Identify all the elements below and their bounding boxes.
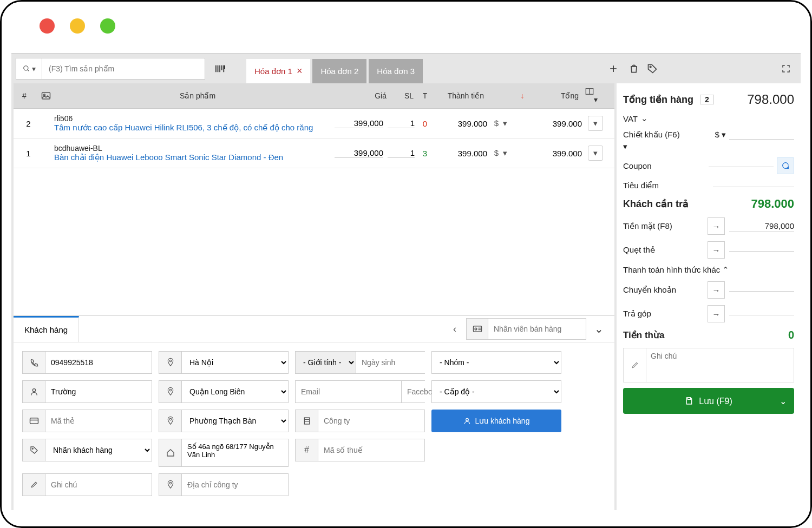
chevron-down-icon[interactable]: ⌄ (641, 114, 648, 123)
save-icon (685, 397, 693, 405)
level-select[interactable]: - Cấp độ - (432, 381, 561, 402)
cash-arrow-button[interactable]: → (708, 217, 725, 235)
email-input[interactable] (296, 381, 401, 402)
row-sum: 399.000 (531, 119, 582, 128)
fullscreen-icon (781, 64, 791, 74)
window-minimize-dot[interactable] (70, 18, 85, 34)
transfer-arrow-button[interactable]: → (708, 281, 725, 299)
phone-input[interactable] (45, 352, 152, 373)
svg-point-13 (169, 389, 172, 391)
th-stock: T (417, 91, 433, 100)
product-sku: rli506 (54, 114, 332, 123)
note-input[interactable] (45, 474, 152, 496)
th-sort[interactable]: ↓ (514, 91, 531, 100)
tag-button[interactable] (647, 63, 658, 74)
phone-icon (30, 358, 38, 367)
company-input[interactable] (318, 410, 424, 432)
expand-button[interactable]: ⌄ (590, 318, 608, 340)
salesperson-select[interactable] (466, 318, 586, 340)
row-price[interactable]: 399,000 (335, 118, 383, 128)
installment-label: Trả góp (623, 309, 651, 319)
home-icon (166, 448, 175, 457)
tab-label: Hóa đơn 2 (320, 67, 358, 76)
row-quantity[interactable]: 1 (388, 148, 415, 158)
transfer-input[interactable] (729, 289, 794, 292)
window-close-dot[interactable] (40, 18, 55, 34)
ward-select[interactable]: Phường Thạch Bàn (182, 410, 288, 432)
save-customer-button[interactable]: Lưu khách hàng (431, 410, 561, 432)
points-input[interactable] (713, 184, 794, 187)
district-select[interactable]: Quận Long Biên (182, 381, 288, 402)
discount-currency-select[interactable]: $ ▾ (715, 130, 726, 140)
chevron-down-icon[interactable]: ⌄ (780, 396, 787, 406)
card-icon (29, 417, 39, 425)
discount-input[interactable] (729, 130, 794, 140)
customer-label-select[interactable]: Nhãn khách hàng (45, 439, 152, 461)
add-tab-button[interactable]: + (603, 58, 624, 80)
cash-input[interactable]: 798,000 (729, 220, 794, 232)
card-field (22, 410, 152, 432)
tag-icon (647, 63, 658, 74)
company-address-input[interactable] (182, 474, 288, 496)
row-quantity[interactable]: 1 (388, 118, 415, 128)
window-maximize-dot[interactable] (100, 18, 115, 34)
installment-input[interactable] (729, 313, 794, 315)
fullscreen-button[interactable] (781, 64, 791, 74)
bag-button[interactable] (628, 63, 639, 74)
card-arrow-button[interactable]: → (708, 241, 725, 259)
gender-select[interactable]: - Giới tính - (296, 352, 356, 373)
tax-input[interactable] (318, 439, 424, 461)
search-input[interactable] (42, 58, 205, 79)
cash-label: Tiền mặt (F8) (623, 221, 672, 231)
th-number: # (19, 91, 38, 100)
group-select[interactable]: - Nhóm - (432, 352, 561, 373)
save-invoice-button[interactable]: Lưu (F9) ⌄ (623, 388, 794, 414)
city-select[interactable]: Hà Nội (182, 352, 288, 373)
pin-icon (167, 416, 174, 426)
chevron-up-icon[interactable]: ⌃ (722, 265, 729, 274)
barcode-scan-button[interactable] (209, 58, 231, 80)
row-product: bcdhuawei-BL Bàn chải điện Huawei Lebooo… (54, 144, 332, 162)
invoice-note-input[interactable] (646, 348, 794, 382)
chevron-down-icon[interactable]: ▾ (623, 142, 794, 151)
card-input[interactable] (729, 249, 794, 252)
salesperson-input[interactable] (488, 319, 586, 339)
row-menu-button[interactable]: ▾ (588, 116, 603, 131)
row-price[interactable]: 399,000 (335, 148, 383, 158)
coupon-input[interactable] (709, 164, 774, 167)
tax-field: # (295, 439, 425, 461)
ward-field: Phường Thạch Bàn (159, 410, 289, 432)
product-name[interactable]: Bàn chải điện Huawei Lebooo Smart Sonic … (54, 153, 332, 162)
refresh-coupon-button[interactable] (777, 157, 794, 174)
row-sum: 399.000 (531, 149, 582, 158)
search-dropdown-button[interactable]: ▾ (16, 58, 42, 79)
th-product: Sản phẩm (54, 91, 341, 100)
row-currency-select[interactable]: $ ▾ (487, 118, 514, 128)
tab-invoice-1[interactable]: Hóa đơn 1 × (246, 59, 310, 83)
row-currency-select[interactable]: $ ▾ (487, 148, 514, 158)
tab-invoice-3[interactable]: Hóa đơn 3 (369, 59, 423, 83)
name-field (22, 380, 152, 403)
address-input[interactable]: Số 46a ngõ 68/177 Nguyễn Văn Linh (182, 439, 288, 466)
card-label: Quẹt thẻ (623, 245, 655, 255)
tab-label: Hóa đơn 1 (254, 67, 292, 76)
card-input[interactable] (45, 410, 152, 432)
product-name[interactable]: Tâm nước cao cấp Huawei Hilink RLI506, 3… (54, 123, 332, 133)
row-menu-button[interactable]: ▾ (588, 146, 603, 161)
total-label: Tổng tiền hàng (623, 94, 693, 105)
row-subtotal: 399.000 (433, 119, 487, 128)
tab-customer[interactable]: Khách hàng (14, 316, 79, 342)
customer-panel: Khách hàng ‹ ⌄ (14, 315, 614, 510)
search-icon (23, 65, 30, 72)
city-field: Hà Nội (159, 351, 289, 374)
th-total: Tổng (531, 91, 582, 100)
svg-point-0 (23, 65, 28, 70)
tab-invoice-2[interactable]: Hóa đơn 2 (312, 59, 366, 83)
company-address-field (159, 473, 289, 496)
th-layout-toggle[interactable]: ▾ (582, 88, 609, 104)
installment-arrow-button[interactable]: → (708, 305, 725, 322)
prev-button[interactable]: ‹ (447, 318, 463, 340)
svg-rect-23 (688, 398, 691, 399)
close-icon[interactable]: × (297, 65, 303, 77)
name-input[interactable] (45, 381, 152, 402)
